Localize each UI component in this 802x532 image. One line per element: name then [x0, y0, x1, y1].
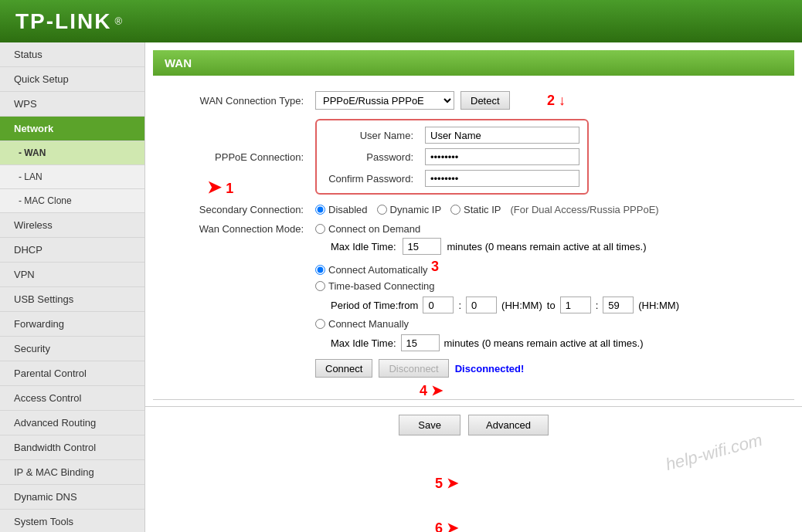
header: TP-LINK ® — [0, 0, 802, 42]
wan-connection-type-select[interactable]: PPPoE/Russia PPPoE — [315, 91, 454, 110]
wan-connection-mode-row: Wan Connection Mode: Connect on Demand M… — [161, 223, 787, 378]
disconnect-button[interactable]: Disconnect — [379, 359, 448, 378]
confirm-password-row: Confirm Password: — [325, 170, 579, 187]
bottom-bar: Save Advanced — [145, 406, 802, 443]
period-from-label: Period of Time:from — [331, 300, 418, 311]
sidebar-item-wan[interactable]: - WAN — [0, 141, 144, 165]
pppoe-connection-label: PPPoE Connection: — [161, 151, 315, 163]
sidebar-item-ip-mac-binding[interactable]: IP & MAC Binding — [0, 460, 144, 485]
confirm-password-input[interactable] — [425, 170, 579, 187]
secondary-connection-row: Secondary Connection: Disabled Dynamic I… — [161, 204, 787, 215]
confirm-password-label: Confirm Password: — [325, 173, 425, 185]
wan-connection-type-label: WAN Connection Type: — [161, 95, 315, 107]
sidebar-item-bandwidth-control[interactable]: Bandwidth Control — [0, 435, 144, 460]
wan-connection-mode-label: Wan Connection Mode: — [161, 223, 315, 235]
tp-link-logo: TP-LINK — [15, 9, 111, 34]
detect-button[interactable]: Detect — [460, 91, 510, 110]
save-button[interactable]: Save — [399, 415, 460, 435]
password-row: Password: — [325, 148, 579, 165]
sidebar-item-lan[interactable]: - LAN — [0, 165, 144, 189]
wan-connection-type-row: WAN Connection Type: PPPoE/Russia PPPoE … — [161, 91, 787, 110]
connect-manually-option[interactable]: Connect Manually — [315, 318, 679, 330]
max-idle-note-2: minutes (0 means remain active at all ti… — [444, 337, 644, 349]
secondary-static-ip-option[interactable]: Static IP — [450, 204, 501, 215]
sidebar-item-wireless[interactable]: Wireless — [0, 213, 144, 238]
secondary-disabled-option[interactable]: Disabled — [315, 204, 368, 215]
sidebar-item-dynamic-dns[interactable]: Dynamic DNS — [0, 485, 144, 510]
password-label: Password: — [325, 151, 425, 163]
sidebar-item-dhcp[interactable]: DHCP — [0, 238, 144, 263]
wan-section-title: WAN — [153, 50, 794, 76]
connect-disconnect-row: Connect Disconnect Disconnected! — [315, 359, 679, 378]
from-mm-input[interactable] — [466, 296, 497, 313]
connect-on-demand-option[interactable]: Connect on Demand — [315, 223, 679, 235]
logo-registered: ® — [114, 15, 122, 27]
username-row: User Name: — [325, 127, 579, 144]
advanced-button[interactable]: Advanced — [468, 415, 549, 435]
wan-connection-type-controls: PPPoE/Russia PPPoE Detect — [315, 91, 510, 110]
connect-button[interactable]: Connect — [315, 359, 372, 378]
sidebar-item-status[interactable]: Status — [0, 42, 144, 67]
connect-automatically-option[interactable]: Connect Automatically — [315, 264, 679, 276]
annotation-5: 5 ➤ — [435, 475, 458, 492]
main-content: WAN WAN Connection Type: PPPoE/Russia PP… — [145, 42, 802, 532]
annotation-6: 6 ➤ — [435, 520, 458, 532]
sidebar-item-advanced-routing[interactable]: Advanced Routing — [0, 411, 144, 435]
max-idle-time-label-2: Max Idle Time: — [331, 337, 396, 349]
sidebar-item-usb-settings[interactable]: USB Settings — [0, 287, 144, 312]
form-area: WAN Connection Type: PPPoE/Russia PPPoE … — [145, 83, 802, 393]
to-label: to — [547, 300, 556, 311]
sidebar-item-forwarding[interactable]: Forwarding — [0, 312, 144, 337]
max-idle-time-input-1[interactable] — [403, 238, 441, 255]
secondary-note: (For Dual Access/Russia PPPoE) — [510, 204, 658, 215]
sidebar-item-system-tools[interactable]: System Tools — [0, 510, 144, 532]
to-hh-input[interactable] — [560, 296, 591, 313]
username-label: User Name: — [325, 130, 425, 141]
max-idle-time-label-1: Max Idle Time: — [331, 241, 396, 252]
from-hh-input[interactable] — [423, 296, 454, 313]
sidebar-item-wps[interactable]: WPS — [0, 92, 144, 117]
sidebar-item-access-control[interactable]: Access Control — [0, 386, 144, 411]
sidebar-item-vpn[interactable]: VPN — [0, 263, 144, 287]
divider — [153, 399, 794, 400]
secondary-dynamic-ip-option[interactable]: Dynamic IP — [377, 204, 441, 215]
layout: Status Quick Setup WPS Network - WAN - L… — [0, 42, 802, 532]
pppoe-connection-row: PPPoE Connection: User Name: Password: C… — [161, 119, 787, 195]
max-idle-time-row-2: Max Idle Time: minutes (0 means remain a… — [315, 334, 679, 351]
sidebar-item-parental-control[interactable]: Parental Control — [0, 361, 144, 386]
connection-mode-options: Connect on Demand Max Idle Time: minutes… — [315, 223, 679, 378]
time-based-connecting-option[interactable]: Time-based Connecting — [315, 280, 679, 292]
username-input[interactable] — [425, 127, 579, 144]
to-mm-input[interactable] — [603, 296, 634, 313]
sidebar-item-quick-setup[interactable]: Quick Setup — [0, 67, 144, 92]
from-hhmm-label: (HH:MM) — [501, 300, 542, 311]
sidebar-item-mac-clone[interactable]: - MAC Clone — [0, 189, 144, 213]
time-period-row: Period of Time:from : (HH:MM) to : (HH:M… — [315, 296, 679, 313]
max-idle-time-row-1: Max Idle Time: minutes (0 means remain a… — [315, 238, 679, 255]
to-hhmm-label: (HH:MM) — [638, 300, 679, 311]
password-input[interactable] — [425, 148, 579, 165]
sidebar-item-security[interactable]: Security — [0, 337, 144, 361]
max-idle-time-input-2[interactable] — [401, 334, 440, 351]
connection-status: Disconnected! — [455, 363, 525, 374]
max-idle-note-1: minutes (0 means remain active at all ti… — [447, 241, 647, 252]
secondary-connection-label: Secondary Connection: — [161, 204, 315, 215]
sidebar-item-network[interactable]: Network — [0, 117, 144, 141]
credentials-box: User Name: Password: Confirm Password: — [315, 119, 589, 195]
secondary-connection-options: Disabled Dynamic IP Static IP (For Dual … — [315, 204, 659, 215]
sidebar: Status Quick Setup WPS Network - WAN - L… — [0, 42, 145, 532]
